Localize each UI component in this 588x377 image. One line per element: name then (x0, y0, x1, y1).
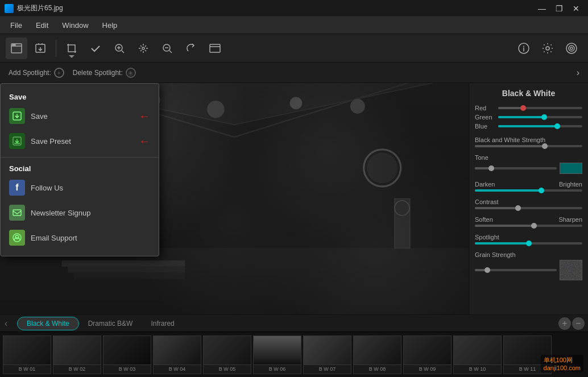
svg-point-20 (350, 99, 365, 114)
soften-slider[interactable] (475, 225, 582, 227)
svg-rect-23 (68, 267, 185, 273)
film-label-6: B W 07 (304, 364, 351, 374)
titlebar-controls: — ❐ ✕ (535, 3, 583, 14)
filter-add-button[interactable]: + (558, 317, 571, 330)
tool-checkmark[interactable] (85, 38, 106, 59)
grain-slider[interactable] (475, 269, 557, 271)
tone-thumb[interactable] (488, 165, 494, 171)
blue-slider[interactable] (498, 125, 582, 127)
film-item-0[interactable]: B W 01 (3, 335, 51, 374)
film-item-4[interactable]: B W 05 (203, 335, 251, 374)
darken-header: Darken Brighten (475, 181, 582, 188)
minimize-button[interactable]: — (535, 3, 549, 14)
save-preset-item[interactable]: Save Preset ← (1, 129, 159, 154)
menu-file[interactable]: File (5, 19, 28, 32)
svg-point-2 (13, 44, 14, 45)
menu-window[interactable]: Window (56, 19, 94, 32)
chevron-left[interactable]: ‹ (5, 318, 7, 329)
tool-fullscreen[interactable] (204, 38, 226, 59)
film-item-3[interactable]: B W 04 (153, 335, 201, 374)
titlebar: 极光图片65.jpg — ❐ ✕ (0, 0, 588, 17)
filter-tab-infrared[interactable]: Infrared (142, 317, 183, 330)
tool-crop-container (61, 38, 82, 59)
spotlight-thumb[interactable] (526, 241, 532, 246)
contrast-slider[interactable] (475, 207, 582, 209)
svg-rect-32 (13, 210, 21, 216)
svg-point-3 (14, 44, 15, 45)
film-thumb-9 (454, 336, 501, 364)
tool-effects[interactable] (561, 38, 582, 59)
film-label-9: B W 10 (454, 364, 501, 374)
film-thumb-8 (404, 336, 451, 364)
add-spotlight-item[interactable]: Add Spotlight: (9, 68, 64, 78)
save-section-title: Save (1, 89, 159, 103)
spotlight-label: Spotlight (475, 234, 582, 241)
darken-slider[interactable] (475, 189, 582, 192)
film-item-8[interactable]: B W 09 (403, 335, 452, 374)
rgb-sliders: Red Green Blue (475, 105, 582, 130)
spotlight-fill (475, 242, 529, 245)
nav-arrow[interactable]: › (577, 68, 579, 78)
follow-us-item[interactable]: f Follow Us (1, 175, 159, 200)
soften-fill (475, 225, 534, 227)
soften-thumb[interactable] (531, 223, 537, 229)
grain-label: Grain Strength (475, 251, 582, 258)
tool-zoom-out[interactable] (156, 38, 178, 59)
bw-strength-thumb[interactable] (542, 143, 548, 149)
tool-zoom-in[interactable] (109, 38, 130, 59)
right-panel: Black & White Red Green Blue (469, 83, 588, 314)
maximize-button[interactable]: ❐ (552, 3, 566, 14)
tool-pan[interactable] (132, 38, 154, 59)
red-thumb[interactable] (520, 105, 526, 111)
bw-strength-slider[interactable] (475, 145, 582, 147)
grain-thumb[interactable] (485, 267, 490, 273)
menu-help[interactable]: Help (97, 19, 123, 32)
newsletter-item[interactable]: Newsletter Signup (1, 200, 159, 225)
grain-swatch (560, 260, 582, 280)
green-thumb[interactable] (541, 114, 547, 120)
filter-tab-dramatic[interactable]: Dramatic B&W (79, 317, 142, 330)
tool-rotate[interactable] (180, 38, 202, 59)
blue-thumb[interactable] (554, 123, 560, 129)
filter-bar: ‹ Black & White Dramatic B&W Infrared + … (0, 314, 588, 332)
spotlight-slider[interactable] (475, 242, 582, 245)
watermark-line2: danji100.com (544, 364, 581, 371)
darken-thumb[interactable] (539, 188, 544, 193)
tool-info[interactable] (513, 38, 535, 59)
green-slider[interactable] (498, 116, 582, 118)
film-item-1[interactable]: B W 02 (53, 335, 101, 374)
film-label-4: B W 05 (204, 364, 251, 374)
preset-icon (9, 133, 25, 149)
spotlight-group: Spotlight (475, 234, 582, 245)
image-area: Save Save ← (0, 83, 469, 314)
red-slider[interactable] (498, 107, 582, 109)
menubar: File Edit Window Help (0, 17, 588, 34)
divider-1 (1, 157, 159, 158)
tool-settings[interactable] (537, 38, 558, 59)
grain-row (475, 260, 582, 280)
film-item-9[interactable]: B W 10 (453, 335, 502, 374)
film-item-6[interactable]: B W 07 (303, 335, 351, 374)
contrast-label: Contrast (475, 198, 582, 205)
svg-rect-21 (0, 248, 469, 314)
close-button[interactable]: ✕ (569, 3, 583, 14)
preset-arrow: ← (139, 135, 150, 148)
blue-row: Blue (475, 123, 582, 130)
filter-remove-button[interactable]: − (572, 317, 585, 330)
film-thumb-0 (3, 336, 51, 364)
darken-fill (475, 189, 541, 192)
svg-point-19 (290, 97, 303, 110)
delete-spotlight-item[interactable]: Delete Spotlight: ◎ (73, 68, 136, 78)
film-item-7[interactable]: B W 08 (353, 335, 401, 374)
red-label: Red (475, 105, 495, 111)
film-item-2[interactable]: B W 03 (103, 335, 151, 374)
film-item-5[interactable]: B W 06 (253, 335, 301, 374)
email-support-item[interactable]: Email Support (1, 225, 159, 250)
tone-slider[interactable] (475, 167, 557, 169)
save-item[interactable]: Save ← (1, 103, 159, 129)
menu-edit[interactable]: Edit (30, 19, 54, 32)
filter-tab-bw[interactable]: Black & White (17, 317, 79, 330)
tool-export[interactable] (30, 38, 51, 59)
tool-browse[interactable] (6, 38, 27, 59)
contrast-thumb[interactable] (515, 205, 521, 211)
